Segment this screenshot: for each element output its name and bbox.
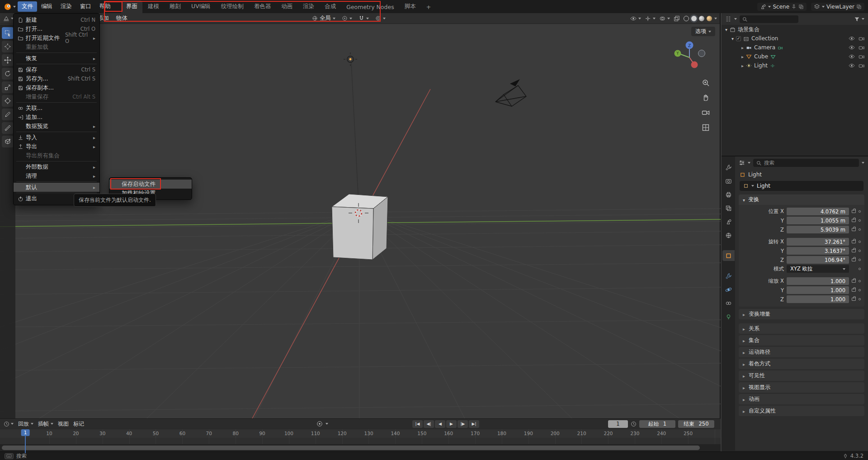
menu-file[interactable]: 文件 <box>18 1 37 12</box>
menu-help[interactable]: 帮助 <box>95 1 115 12</box>
disable-render-icon[interactable] <box>859 54 864 59</box>
tool-annotate[interactable] <box>2 109 14 120</box>
animate-dot[interactable] <box>859 259 861 261</box>
proportional-editing[interactable] <box>375 15 386 21</box>
menu-item-external-data[interactable]: 外部数据 <box>14 162 99 171</box>
menu-item-recover[interactable]: 恢复 <box>14 54 99 63</box>
menu-item-save[interactable]: 保存Ctrl S <box>14 65 99 74</box>
menu-item-cleanup[interactable]: 清理 <box>14 171 99 180</box>
outliner-row-cube[interactable]: Cube <box>722 52 868 61</box>
scrollbar-thumb[interactable] <box>2 446 700 450</box>
section-animation[interactable]: 动画 <box>739 394 864 404</box>
play-button[interactable]: ▶ <box>446 420 457 428</box>
scene-selector[interactable]: Scene <box>757 3 807 11</box>
tab-layout[interactable]: 界面 <box>121 0 142 13</box>
tab-scene[interactable] <box>722 216 735 227</box>
section-custom-properties[interactable]: 自定义属性 <box>739 406 864 416</box>
xray-toggle[interactable] <box>674 15 680 22</box>
navigation-gizmo[interactable]: Z Y <box>671 39 708 76</box>
start-frame-field[interactable]: 起始1 <box>639 420 675 428</box>
shading-rendered-button[interactable] <box>707 16 712 21</box>
shading-solid-button[interactable] <box>691 16 697 21</box>
timeline-track-area[interactable] <box>0 438 721 444</box>
tab-uv-editing[interactable]: UV编辑 <box>186 0 216 13</box>
properties-editor-icon[interactable] <box>739 160 745 166</box>
end-frame-field[interactable]: 结束250 <box>678 420 714 428</box>
location-x-field[interactable]: 4.0762 m <box>787 208 849 215</box>
scale-y-field[interactable]: 1.000 <box>787 286 849 294</box>
section-delta-transform[interactable]: 变换增量 <box>739 309 864 319</box>
menu-item-defaults[interactable]: 默认 <box>14 183 99 192</box>
tab-world[interactable] <box>722 230 735 241</box>
transform-orientation[interactable]: 全局 <box>312 14 335 22</box>
playback-menu[interactable]: 回放 <box>18 420 33 428</box>
copy-icon[interactable] <box>798 4 804 9</box>
next-keyframe-button[interactable]: |▶ <box>458 420 468 428</box>
expand-icon[interactable] <box>725 26 727 33</box>
menu-item-export[interactable]: 导出 <box>14 142 99 151</box>
tool-scale[interactable] <box>2 81 14 93</box>
transform-panel-header[interactable]: 变换 <box>739 194 864 205</box>
rotation-mode-dropdown[interactable]: XYZ 欧拉 <box>787 265 849 273</box>
tab-modeling[interactable]: 建模 <box>143 0 164 13</box>
gizmo-x-axis[interactable] <box>691 62 698 68</box>
gizmos-toggle[interactable] <box>645 15 656 22</box>
tab-geometry-nodes[interactable]: Geometry Nodes <box>341 1 399 13</box>
outliner-row-collection[interactable]: ✓ Collection <box>722 34 868 43</box>
view-layer-selector[interactable]: ViewLayer <box>811 3 864 11</box>
gizmo-neg-axis[interactable] <box>698 50 705 57</box>
outliner-filter-button[interactable] <box>854 16 864 22</box>
lock-icon[interactable] <box>852 228 856 231</box>
animate-dot[interactable] <box>859 210 861 213</box>
section-motion-paths[interactable]: 运动路径 <box>739 347 864 357</box>
section-visibility[interactable]: 可见性 <box>739 370 864 381</box>
menu-item-open-recent[interactable]: 打开近期文件Shift Ctrl O <box>14 33 99 43</box>
scale-x-field[interactable]: 1.000 <box>787 277 849 285</box>
animate-dot[interactable] <box>859 280 861 282</box>
overlays-toggle[interactable] <box>659 15 670 22</box>
menu-window[interactable]: 窗口 <box>76 1 95 12</box>
scale-z-field[interactable]: 1.000 <box>787 295 849 303</box>
section-collections[interactable]: 集合 <box>739 335 864 346</box>
pin-icon[interactable] <box>791 4 797 9</box>
menu-item-data-previews[interactable]: 数据预览 <box>14 122 99 131</box>
hide-eye-icon[interactable] <box>849 36 855 41</box>
animate-dot[interactable] <box>859 298 861 300</box>
timeline-ruler[interactable]: 1 11020304050607080901001101201301401501… <box>0 429 721 438</box>
tab-shading[interactable]: 着色器 <box>249 0 276 13</box>
section-shading[interactable]: 着色方式 <box>739 359 864 369</box>
shading-material-button[interactable] <box>699 16 704 21</box>
copy-icon[interactable] <box>856 4 862 9</box>
tool-measure[interactable] <box>2 122 14 134</box>
tab-object-data[interactable] <box>722 311 735 322</box>
menu-item-save-as[interactable]: 另存为...Shift Ctrl S <box>14 74 99 83</box>
animate-dot[interactable] <box>859 268 861 270</box>
show-object-types[interactable] <box>630 15 641 22</box>
pan-hand-icon[interactable] <box>702 94 710 102</box>
expand-icon[interactable] <box>731 35 734 42</box>
tab-texture-paint[interactable]: 纹理绘制 <box>216 0 249 13</box>
menu-item-new[interactable]: 新建Ctrl N <box>14 15 99 24</box>
expand-icon[interactable] <box>741 44 744 51</box>
play-reverse-button[interactable]: ◀ <box>435 420 445 428</box>
tab-animation[interactable]: 动画 <box>276 0 297 13</box>
snap-toggle[interactable] <box>359 15 369 21</box>
tab-output[interactable] <box>722 189 735 200</box>
lock-icon[interactable] <box>852 219 856 222</box>
tab-constraints[interactable] <box>722 298 735 308</box>
outliner-search-input[interactable] <box>740 15 798 23</box>
status-search-label[interactable]: 搜索 <box>16 453 27 460</box>
perspective-toggle-icon[interactable] <box>702 123 710 132</box>
animate-dot[interactable] <box>859 250 861 252</box>
location-z-field[interactable]: 5.9039 m <box>787 226 849 233</box>
tool-move[interactable] <box>2 54 14 66</box>
animate-dot[interactable] <box>859 241 861 243</box>
view-menu[interactable]: 视图 <box>58 420 69 428</box>
camera-view-icon[interactable] <box>702 109 710 117</box>
expand-icon[interactable] <box>741 62 744 69</box>
blender-logo-icon[interactable] <box>4 3 16 11</box>
outliner-row-camera[interactable]: Camera <box>722 43 868 52</box>
lock-icon[interactable] <box>852 240 856 243</box>
zoom-icon[interactable] <box>702 79 710 87</box>
menu-item-append[interactable]: 追加... <box>14 113 99 122</box>
